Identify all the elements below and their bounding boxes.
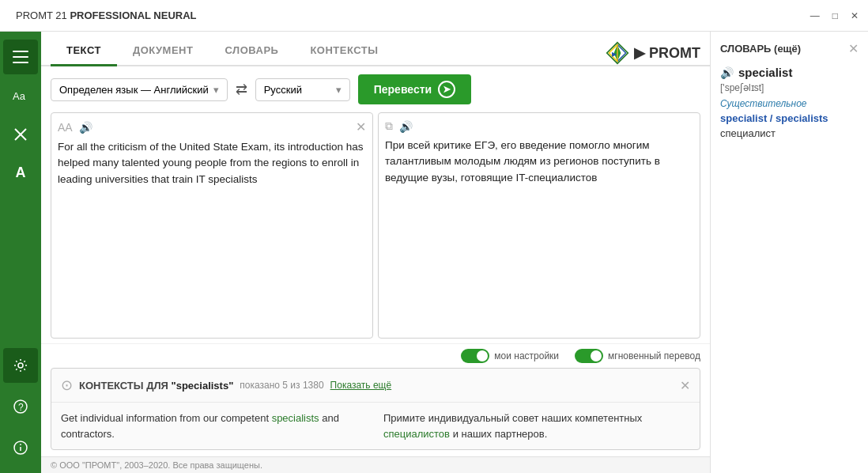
svg-point-6 [18,363,23,368]
contexts-panel: ⊙ КОНТЕКСТЫ ДЛЯ "specialists" показано 5… [51,368,700,450]
my-settings-switch[interactable] [461,349,489,363]
source-panel-close[interactable]: ✕ [356,119,366,134]
window-controls[interactable]: — □ ✕ [810,10,859,21]
target-panel-toolbar: ⧉ 🔊 [385,119,693,133]
sidebar-tools-icon[interactable] [3,117,38,152]
context-target-col: Примите индивидуальный совет наших компе… [383,411,690,441]
contexts-icon: ⊙ [61,377,73,394]
sidebar-settings-icon[interactable] [3,348,38,383]
contexts-header: ⊙ КОНТЕКСТЫ ДЛЯ "specialists" показано 5… [51,369,700,403]
promt-brand: ▶ PROMT [634,44,700,62]
instant-translate-toggle[interactable]: мгновенный перевод [575,349,700,363]
sidebar-menu-icon[interactable] [3,40,38,74]
close-button[interactable]: ✕ [851,10,859,21]
contexts-more-link[interactable]: Показать ещё [330,380,392,391]
sidebar-help-icon[interactable]: ? [3,389,38,424]
app-body: Аа A ? [0,32,868,473]
dictionary-panel: СЛОВАРЬ (ещё) ✕ 🔊 specialist ['speʃəlɪst… [710,32,868,473]
dict-close-button[interactable]: ✕ [848,41,859,56]
instant-translate-switch[interactable] [575,349,603,363]
toggles-bar: мои настройки мгновенный перевод [41,343,710,368]
svg-rect-0 [13,51,28,52]
source-panel: AA 🔊 ✕ For all the criticism of the Unit… [51,112,373,339]
context-target-link[interactable]: специалистов [383,428,450,440]
footer: © ООО "ПРОМТ", 2003–2020. Все права защи… [41,456,710,473]
tab-text[interactable]: ТЕКСТ [51,36,117,66]
app-title: PROMT 21 PROFESSIONAL NEURAL [9,9,810,21]
sidebar-translate-icon[interactable]: Аа [3,79,38,114]
context-source-col: Get individual information from our comp… [61,411,368,441]
svg-rect-1 [13,56,28,58]
dict-pos: Существительное [720,98,859,109]
dict-word: 🔊 specialist [720,66,859,79]
dict-phonetic: ['speʃəlɪst] [720,82,859,93]
tab-contexts[interactable]: КОНТЕКСТЫ [294,36,394,66]
svg-point-11 [21,445,21,445]
contexts-count: показано 5 из 1380 [240,380,323,391]
dict-forms[interactable]: specialist / specialists [720,112,859,124]
svg-text:?: ? [18,402,24,413]
context-source-link[interactable]: specialists [272,412,319,424]
source-panel-toolbar: AA 🔊 ✕ [58,119,366,134]
translate-arrow-icon: ➤ [438,81,455,98]
maximize-button[interactable]: □ [832,10,838,21]
title-bar: PROMT 21 PROFESSIONAL NEURAL — □ ✕ [0,0,868,32]
target-text[interactable]: При всей критике ЕГЭ, его введение помог… [385,138,693,331]
tabs-bar: ТЕКСТ ДОКУМЕНТ СЛОВАРЬ КОНТЕКСТЫ ▶ ▶ PRO… [41,32,710,66]
svg-text:▶: ▶ [612,51,617,58]
my-settings-toggle[interactable]: мои настройки [461,349,559,363]
sidebar-spellcheck-icon[interactable]: A [3,155,38,190]
dict-translation: специалист [720,127,859,139]
contexts-body: Get individual information from our comp… [51,403,700,449]
sidebar-bottom: ? [3,346,38,467]
swap-languages-icon[interactable]: ⇄ [236,81,247,98]
contexts-close-button[interactable]: ✕ [680,378,690,393]
contexts-title: КОНТЕКСТЫ ДЛЯ "specialists" [79,380,233,392]
font-size-icon[interactable]: AA [58,121,73,134]
target-panel: ⧉ 🔊 При всей критике ЕГЭ, его введение п… [378,112,700,339]
chevron-down-icon: ▾ [336,84,342,96]
svg-rect-2 [13,62,28,63]
source-text[interactable]: For all the criticism of the United Stat… [58,139,366,331]
minimize-button[interactable]: — [810,10,820,21]
dict-speaker-icon[interactable]: 🔊 [720,66,734,79]
dict-title: СЛОВАРЬ (ещё) [720,43,801,55]
chevron-down-icon: ▾ [213,84,219,96]
sidebar: Аа A ? [0,32,41,473]
promt-logo: ▶ ▶ PROMT [606,41,700,65]
toolbar: Определен язык — Английский ▾ ⇄ Русский … [41,66,710,112]
tab-document[interactable]: ДОКУМЕНТ [117,36,209,66]
speaker-icon[interactable]: 🔊 [79,121,92,134]
dict-header: СЛОВАРЬ (ещё) ✕ [720,41,859,56]
speaker-icon[interactable]: 🔊 [399,120,413,133]
source-language-select[interactable]: Определен язык — Английский ▾ [51,78,228,101]
tab-dictionary[interactable]: СЛОВАРЬ [209,36,294,66]
svg-text:Аа: Аа [13,90,26,102]
content-area: ТЕКСТ ДОКУМЕНТ СЛОВАРЬ КОНТЕКСТЫ ▶ ▶ PRO… [41,32,710,473]
target-language-select[interactable]: Русский ▾ [255,78,350,101]
translation-panels: AA 🔊 ✕ For all the criticism of the Unit… [41,112,710,343]
translate-button[interactable]: Перевести ➤ [358,74,471,104]
sidebar-info-icon[interactable] [3,430,38,465]
copy-icon[interactable]: ⧉ [385,119,393,133]
